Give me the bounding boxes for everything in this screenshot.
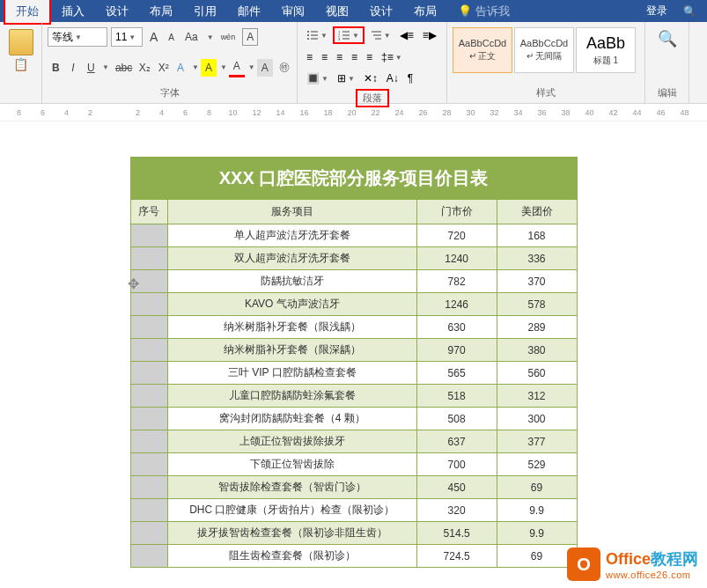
- tab-layout[interactable]: 布局: [139, 0, 183, 23]
- tab-review[interactable]: 审阅: [271, 0, 315, 23]
- retail-cell[interactable]: 565: [416, 362, 497, 385]
- retail-cell[interactable]: 518: [416, 385, 497, 408]
- meituan-cell[interactable]: 312: [497, 385, 577, 408]
- font-size-select[interactable]: 11▼: [111, 27, 143, 47]
- table-row[interactable]: 阻生齿检查套餐（限初诊）724.569: [130, 545, 577, 568]
- num-cell[interactable]: [130, 224, 167, 247]
- italic-button[interactable]: I: [65, 59, 81, 77]
- retail-cell[interactable]: 724.5: [416, 545, 497, 568]
- table-move-handle[interactable]: ✥: [128, 276, 139, 292]
- style-no-spacing[interactable]: AaBbCcDd ↵ 无间隔: [514, 27, 574, 73]
- align-right-button[interactable]: ≡: [333, 49, 346, 65]
- search-icon[interactable]: 🔍: [676, 2, 703, 21]
- meituan-cell[interactable]: 9.9: [497, 522, 577, 545]
- service-cell[interactable]: 双人超声波洁牙洗牙套餐: [167, 247, 416, 270]
- style-heading1[interactable]: AaBb 标题 1: [576, 27, 636, 73]
- tab-insert[interactable]: 插入: [51, 0, 95, 23]
- retail-cell[interactable]: 1240: [416, 247, 497, 270]
- num-cell[interactable]: [130, 362, 167, 385]
- meituan-cell[interactable]: 560: [497, 362, 577, 385]
- numbered-list-button[interactable]: 123▼: [333, 26, 365, 44]
- paste-icon[interactable]: [9, 29, 33, 55]
- line-spacing-button[interactable]: ‡≡▼: [378, 49, 406, 65]
- num-cell[interactable]: [130, 499, 167, 522]
- shading-button[interactable]: 🔳▼: [303, 70, 332, 86]
- highlight-button[interactable]: A: [201, 59, 217, 77]
- num-cell[interactable]: [130, 408, 167, 430]
- table-row[interactable]: DHC 口腔健康（牙齿拍片）检查（限初诊）3209.9: [130, 499, 577, 522]
- service-cell[interactable]: 防龋抗敏洁牙: [167, 270, 416, 293]
- distribute-button[interactable]: ≡: [363, 49, 376, 65]
- num-cell[interactable]: [130, 522, 167, 545]
- retail-cell[interactable]: 450: [416, 476, 497, 499]
- font-color-button[interactable]: A: [229, 57, 245, 77]
- retail-cell[interactable]: 320: [416, 499, 497, 522]
- table-row[interactable]: 纳米树脂补牙套餐（限浅龋）630289: [130, 316, 577, 339]
- meituan-cell[interactable]: 578: [497, 293, 577, 316]
- service-cell[interactable]: 阻生齿检查套餐（限初诊）: [167, 545, 416, 568]
- strike-button[interactable]: abc: [111, 59, 133, 77]
- retail-cell[interactable]: 508: [416, 408, 497, 430]
- decrease-indent-button[interactable]: ◀≡: [396, 27, 417, 43]
- text-effect-button[interactable]: A: [173, 59, 188, 77]
- multilevel-list-button[interactable]: ▼: [366, 28, 394, 42]
- service-cell[interactable]: 窝沟封闭防龋防蛀套餐（4 颗）: [167, 408, 416, 430]
- num-cell[interactable]: [130, 293, 167, 316]
- meituan-cell[interactable]: 300: [497, 408, 577, 430]
- meituan-cell[interactable]: 289: [497, 316, 577, 339]
- tab-reference[interactable]: 引用: [183, 0, 227, 23]
- tab-table-design[interactable]: 设计: [359, 0, 403, 23]
- retail-cell[interactable]: 782: [416, 270, 497, 293]
- num-cell[interactable]: [130, 430, 167, 453]
- meituan-cell[interactable]: 529: [497, 453, 577, 476]
- sort-button[interactable]: A↓: [383, 70, 402, 86]
- num-cell[interactable]: [130, 247, 167, 270]
- service-cell[interactable]: 三叶 VIP 口腔防龋检查套餐: [167, 362, 416, 385]
- table-row[interactable]: KAVO 气动声波洁牙1246578: [130, 293, 577, 316]
- table-row[interactable]: 儿童口腔防龋防蛀涂氟套餐518312: [130, 385, 577, 408]
- show-marks-button[interactable]: ¶: [404, 70, 416, 86]
- tab-table-layout[interactable]: 布局: [403, 0, 447, 23]
- tell-me-search[interactable]: 💡告诉我: [447, 0, 520, 23]
- service-cell[interactable]: 单人超声波洁牙洗牙套餐: [167, 224, 416, 247]
- service-cell[interactable]: 下颌正位智齿拔除: [167, 453, 416, 476]
- tab-mail[interactable]: 邮件: [227, 0, 271, 23]
- subscript-button[interactable]: X₂: [135, 59, 152, 77]
- snap-button[interactable]: ✕↕: [360, 70, 381, 86]
- service-cell[interactable]: KAVO 气动声波洁牙: [167, 293, 416, 316]
- retail-cell[interactable]: 514.5: [416, 522, 497, 545]
- meituan-cell[interactable]: 69: [497, 476, 577, 499]
- num-cell[interactable]: [130, 385, 167, 408]
- enclose-char-button[interactable]: ㊕: [275, 57, 291, 77]
- bullet-list-button[interactable]: ▼: [303, 28, 331, 42]
- retail-cell[interactable]: 720: [416, 224, 497, 247]
- service-cell[interactable]: 儿童口腔防龋防蛀涂氟套餐: [167, 385, 416, 408]
- shrink-font-button[interactable]: A: [165, 31, 178, 44]
- bold-button[interactable]: B: [48, 59, 63, 77]
- retail-cell[interactable]: 637: [416, 430, 497, 453]
- meituan-cell[interactable]: 370: [497, 270, 577, 293]
- char-shading-button[interactable]: A: [257, 59, 273, 77]
- num-cell[interactable]: [130, 339, 167, 362]
- retail-cell[interactable]: 970: [416, 339, 497, 362]
- num-cell[interactable]: [130, 476, 167, 499]
- meituan-cell[interactable]: 168: [497, 224, 577, 247]
- underline-button[interactable]: U: [83, 59, 99, 77]
- tab-view[interactable]: 视图: [315, 0, 359, 23]
- justify-button[interactable]: ≡: [348, 49, 361, 65]
- num-cell[interactable]: [130, 453, 167, 476]
- meituan-cell[interactable]: 380: [497, 339, 577, 362]
- table-row[interactable]: 双人超声波洁牙洗牙套餐1240336: [130, 247, 577, 270]
- num-cell[interactable]: [130, 316, 167, 339]
- table-row[interactable]: 上颌正位智齿拔除拔牙637377: [130, 430, 577, 453]
- font-name-select[interactable]: 等线▼: [48, 27, 107, 47]
- service-cell[interactable]: 纳米树脂补牙套餐（限浅龋）: [167, 316, 416, 339]
- superscript-button[interactable]: X²: [154, 59, 171, 77]
- meituan-cell[interactable]: 9.9: [497, 499, 577, 522]
- change-case-button[interactable]: Aa: [181, 29, 202, 45]
- meituan-cell[interactable]: 69: [497, 545, 577, 568]
- login-button[interactable]: 登录: [637, 0, 676, 22]
- retail-cell[interactable]: 1246: [416, 293, 497, 316]
- align-center-button[interactable]: ≡: [318, 49, 331, 65]
- find-icon-button[interactable]: 🔍: [651, 29, 683, 48]
